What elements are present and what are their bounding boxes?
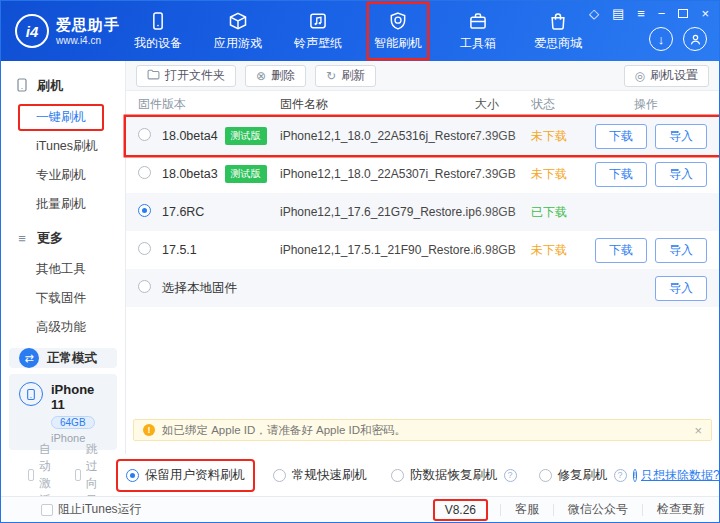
device-icon — [148, 11, 168, 31]
column-size: 大小 — [475, 96, 531, 113]
radio-unselected[interactable] — [138, 166, 151, 179]
nav-label: 爱思商城 — [534, 35, 582, 52]
refresh-button[interactable]: ↻ 刷新 — [315, 65, 376, 87]
close-button[interactable]: × — [701, 7, 709, 20]
nav-label: 智能刷机 — [374, 35, 422, 52]
sidebar-item-advanced-features[interactable]: 高级功能 — [1, 313, 125, 342]
firmware-row-18.0beta3[interactable]: 18.0beta3 测试版 iPhone12,1_18.0_22A5307i_R… — [126, 155, 719, 193]
firmware-status: 未下载 — [531, 242, 585, 259]
notice-close-icon[interactable]: × — [694, 423, 702, 438]
user-account-icon[interactable] — [683, 27, 707, 51]
radio-unselected[interactable] — [138, 242, 151, 255]
download-button[interactable]: 下载 — [595, 162, 647, 187]
section-title: 更多 — [37, 229, 63, 247]
device-name: iPhone 11 — [51, 382, 107, 412]
app-url: www.i4.cn — [56, 35, 120, 46]
feedback-note-icon[interactable]: ▤ — [612, 7, 624, 20]
checkbox-icon — [75, 469, 81, 481]
device-mode-card[interactable]: ⇄ 正常模式 — [9, 348, 117, 368]
device-card[interactable]: iPhone 11 64GB iPhone — [9, 374, 117, 450]
firmware-row-17.5.1[interactable]: 17.5.1 iPhone12,1_17.5.1_21F90_Restore.i… — [126, 231, 719, 269]
open-folder-button[interactable]: 打开文件夹 — [136, 65, 236, 87]
help-icon[interactable]: ? — [504, 469, 517, 482]
check-update-link[interactable]: 检查更新 — [657, 501, 705, 518]
radio-unselected[interactable] — [138, 128, 151, 141]
app-window: i4 爱思助手 www.i4.cn 我的设备 应用游戏 — [0, 0, 720, 523]
theme-icon[interactable]: ◇ — [589, 7, 599, 20]
warning-icon: ! — [143, 424, 155, 436]
firmware-row-local[interactable]: 选择本地固件 导入 — [126, 269, 719, 307]
column-version: 固件版本 — [138, 96, 280, 113]
sidebar-section-flash: 刷机 — [1, 73, 125, 103]
wechat-official-link[interactable]: 微信公众号 — [568, 501, 628, 518]
help-icon[interactable]: ? — [614, 469, 627, 482]
block-itunes-checkbox[interactable]: 阻止iTunes运行 — [41, 501, 142, 518]
import-button[interactable]: 导入 — [655, 276, 707, 301]
maximize-button[interactable] — [678, 9, 688, 18]
divider — [642, 504, 643, 516]
option-label: 常规快速刷机 — [292, 467, 367, 484]
sidebar-item-pro-flash[interactable]: 专业刷机 — [1, 161, 125, 190]
shield-refresh-icon — [388, 11, 408, 31]
notice-text: 如已绑定 Apple ID，请准备好 Apple ID和密码。 — [162, 423, 406, 438]
option-label: 修复刷机 — [558, 467, 608, 484]
delete-icon: ⊗ — [256, 70, 266, 82]
import-button[interactable]: 导入 — [655, 162, 707, 187]
toolbox-icon — [468, 11, 488, 31]
radio-unselected[interactable] — [138, 280, 151, 293]
firmware-row-17.6RC[interactable]: 17.6RC iPhone12,1_17.6_21G79_Restore.ips… — [126, 193, 719, 231]
nav-apps-games[interactable]: 应用游戏 — [209, 4, 267, 58]
customer-service-link[interactable]: 客服 — [515, 501, 539, 518]
nav-label: 我的设备 — [134, 35, 182, 52]
option-repair-flash[interactable]: 修复刷机 ? — [539, 467, 627, 484]
nav-smart-flash[interactable]: 智能刷机 — [369, 4, 427, 58]
firmware-status: 已下载 — [531, 204, 585, 221]
nav-label: 工具箱 — [460, 35, 496, 52]
download-button[interactable]: 下载 — [595, 124, 647, 149]
sidebar-item-one-click-flash[interactable]: 一键刷机 — [1, 103, 125, 132]
nav-toolbox[interactable]: 工具箱 — [449, 4, 507, 58]
apple-id-notice: ! 如已绑定 Apple ID，请准备好 Apple ID和密码。 × — [133, 419, 712, 441]
radio-selected[interactable] — [138, 204, 151, 217]
menu-icon[interactable]: ≡ — [637, 7, 645, 20]
sidebar-item-other-tools[interactable]: 其他工具 — [1, 255, 125, 284]
erase-data-link[interactable]: 只想抹除数据? — [641, 467, 720, 484]
main-panel: 打开文件夹 ⊗ 删除 ↻ 刷新 ◎ 刷机设置 固件版本 固件名称 — [126, 61, 719, 454]
minimize-button[interactable]: − — [658, 7, 666, 20]
radio-selected — [126, 469, 139, 482]
main-nav: 我的设备 应用游戏 铃声壁纸 — [129, 4, 587, 58]
import-button[interactable]: 导入 — [655, 124, 707, 149]
nav-ringtones-wallpapers[interactable]: 铃声壁纸 — [289, 4, 347, 58]
refresh-icon: ↻ — [326, 70, 336, 82]
option-normal-fast-flash[interactable]: 常规快速刷机 — [273, 467, 367, 484]
column-name: 固件名称 — [280, 96, 475, 113]
firmware-filename: iPhone12,1_17.5.1_21F90_Restore.ipsw — [280, 243, 475, 257]
logo-i4-icon: i4 — [15, 14, 49, 48]
download-button[interactable]: 下载 — [595, 238, 647, 263]
sidebar-item-itunes-flash[interactable]: iTunes刷机 — [1, 132, 125, 161]
sidebar-item-batch-flash[interactable]: 批量刷机 — [1, 190, 125, 219]
table-header: 固件版本 固件名称 大小 状态 操作 — [126, 91, 719, 117]
flash-settings-button[interactable]: ◎ 刷机设置 — [624, 65, 709, 87]
nav-store[interactable]: 爱思商城 — [529, 4, 587, 58]
option-keep-user-data[interactable]: 保留用户资料刷机 — [118, 461, 253, 490]
music-folder-icon — [308, 11, 328, 31]
firmware-row-18.0beta4[interactable]: 18.0beta4 测试版 iPhone12,1_18.0_22A5316j_R… — [126, 117, 719, 155]
delete-button[interactable]: ⊗ 删除 — [245, 65, 306, 87]
nav-my-devices[interactable]: 我的设备 — [129, 4, 187, 58]
firmware-size: 6.98GB — [475, 243, 531, 257]
settings-icon: ◎ — [635, 70, 645, 82]
firmware-status: 未下载 — [531, 128, 585, 145]
download-manager-icon[interactable]: ↓ — [649, 27, 673, 51]
app-header: i4 爱思助手 www.i4.cn 我的设备 应用游戏 — [1, 1, 719, 61]
info-icon[interactable]: ! — [633, 469, 638, 482]
device-mode-label: 正常模式 — [47, 350, 97, 367]
button-label: 刷机设置 — [650, 67, 698, 84]
import-button[interactable]: 导入 — [655, 238, 707, 263]
radio-unselected — [539, 469, 552, 482]
select-local-firmware-label: 选择本地固件 — [162, 280, 237, 297]
button-label: 删除 — [271, 67, 295, 84]
option-anti-data-recovery-flash[interactable]: 防数据恢复刷机 ? — [391, 467, 517, 484]
nav-label: 铃声壁纸 — [294, 35, 342, 52]
sidebar-item-download-firmware[interactable]: 下载固件 — [1, 284, 125, 313]
